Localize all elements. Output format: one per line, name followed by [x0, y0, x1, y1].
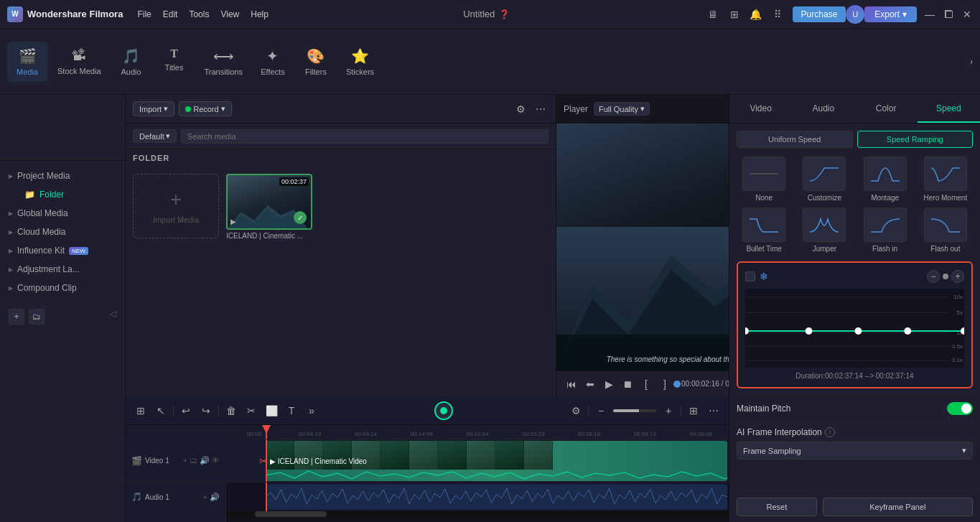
undo-button[interactable]: ↩: [178, 403, 194, 419]
reset-button[interactable]: Reset: [737, 498, 817, 516]
preset-customize[interactable]: Customize: [797, 157, 851, 202]
quality-select[interactable]: Full Quality ▾: [594, 102, 650, 116]
menu-tools[interactable]: Tools: [189, 9, 209, 19]
avatar[interactable]: U: [846, 5, 864, 24]
crop-button[interactable]: ⬜: [263, 403, 279, 419]
sidebar-item-cloud-media[interactable]: ▶ Cloud Media: [0, 223, 125, 241]
tab-video[interactable]: Video: [729, 95, 792, 123]
default-dropdown-button[interactable]: Default ▾: [133, 129, 177, 143]
window-close-button[interactable]: ✕: [961, 9, 973, 20]
redo-button[interactable]: ↪: [198, 403, 214, 419]
tab-speed[interactable]: Speed: [918, 95, 980, 123]
play-button[interactable]: ▶: [601, 376, 617, 392]
stop-button[interactable]: ⏹: [620, 376, 635, 392]
zoom-in-button[interactable]: +: [661, 403, 676, 419]
tool-media[interactable]: 🎬 Media: [7, 42, 47, 82]
sidebar-item-adjustment-la[interactable]: ▶ Adjustment La...: [0, 260, 125, 279]
tool-transitions[interactable]: ⟷ Transitions: [197, 42, 250, 82]
bell-icon[interactable]: 🔔: [748, 6, 764, 22]
record-button[interactable]: Record ▾: [179, 101, 231, 116]
grid-view-button[interactable]: ⊞: [686, 403, 701, 419]
audio-clip[interactable]: [266, 484, 727, 510]
menu-view[interactable]: View: [220, 9, 239, 19]
preset-none[interactable]: None: [737, 157, 791, 202]
tab-color[interactable]: Color: [855, 95, 918, 123]
speed-ramping-button[interactable]: Speed Ramping: [857, 131, 974, 148]
tool-titles[interactable]: T Titles: [154, 42, 195, 82]
timeline-record-button[interactable]: [434, 401, 453, 420]
zoom-out-button[interactable]: −: [593, 403, 609, 419]
menu-edit[interactable]: Edit: [163, 9, 178, 19]
uniform-speed-button[interactable]: Uniform Speed: [737, 131, 853, 148]
question-icon[interactable]: ❓: [499, 9, 510, 19]
zoom-minus-button[interactable]: −: [927, 270, 940, 283]
search-input[interactable]: [181, 129, 549, 144]
preset-bullet-time[interactable]: Bullet Time: [737, 208, 791, 253]
mark-in-button[interactable]: [: [638, 376, 654, 392]
sidebar-item-influence-kit[interactable]: ▶ Influence Kit NEW: [0, 241, 125, 260]
zoom-plus-button[interactable]: +: [951, 270, 964, 283]
track-speaker-icon[interactable]: 🔊: [200, 456, 210, 465]
track-add-icon[interactable]: +: [183, 456, 187, 465]
delete-button[interactable]: 🗑: [223, 403, 239, 419]
more-tools-button[interactable]: »: [304, 403, 319, 419]
tool-stock-media[interactable]: 📽 Stock Media: [50, 42, 108, 82]
tool-audio[interactable]: 🎵 Audio: [111, 42, 151, 82]
track-eye-icon[interactable]: 👁: [212, 456, 220, 465]
video-clip[interactable]: ▶ ICELAND | Cinematic Video: [266, 441, 727, 481]
split-button[interactable]: ✂: [243, 403, 259, 419]
preset-jumper[interactable]: Jumper: [797, 208, 851, 253]
import-media-placeholder[interactable]: + Import Media: [133, 174, 219, 238]
preset-montage[interactable]: Montage: [858, 157, 913, 202]
select-tool-button[interactable]: ↖: [153, 403, 169, 419]
add-folder-button[interactable]: +: [9, 309, 24, 325]
export-button[interactable]: Export ▾: [864, 6, 917, 22]
frame-back-button[interactable]: ⬅: [582, 376, 598, 392]
preset-flash-out[interactable]: Flash out: [918, 208, 973, 253]
audio-track-add-icon[interactable]: +: [203, 493, 207, 502]
snap-button[interactable]: ⚙: [568, 403, 584, 419]
toolbar-more-button[interactable]: ›: [970, 57, 973, 67]
minimize-window-icon[interactable]: 🖥: [705, 6, 721, 22]
frame-sampling-select[interactable]: Frame Sampling ▾: [737, 442, 973, 460]
skip-back-button[interactable]: ⏮: [564, 376, 579, 392]
tool-stickers[interactable]: ⭐ Stickers: [339, 42, 381, 82]
sidebar-item-compound-clip[interactable]: ▶ Compound Clip: [0, 279, 125, 297]
preset-hero-moment[interactable]: Hero Moment: [918, 157, 973, 202]
timeline-scrollbar[interactable]: [226, 511, 729, 517]
playhead[interactable]: [266, 425, 267, 439]
keyframe-panel-button[interactable]: Keyframe Panel: [823, 498, 973, 516]
grid-icon[interactable]: ⊞: [727, 6, 742, 22]
text-button[interactable]: T: [284, 403, 299, 419]
window-minimize-button[interactable]: —: [924, 9, 935, 20]
preset-hero-moment-label: Hero Moment: [924, 194, 968, 202]
window-maximize-button[interactable]: ⧠: [943, 9, 954, 20]
sidebar-item-folder[interactable]: 📁 Folder: [16, 185, 125, 204]
collapse-sidebar-button[interactable]: ◁: [110, 309, 116, 325]
maintain-pitch-toggle[interactable]: [947, 402, 973, 415]
more-options-button[interactable]: ⋯: [706, 403, 722, 419]
sidebar-item-project-media[interactable]: ▶ Project Media: [0, 167, 125, 185]
preset-flash-in[interactable]: Flash in: [858, 208, 913, 253]
purchase-button[interactable]: Purchase: [793, 6, 846, 22]
more-options-icon[interactable]: ⋯: [533, 101, 549, 117]
scrollbar-thumb[interactable]: [255, 511, 327, 517]
audio-track-speaker-icon[interactable]: 🔊: [210, 493, 220, 502]
folder-icon-btn[interactable]: 🗂: [29, 309, 45, 325]
zoom-slider[interactable]: [613, 409, 656, 412]
track-folder-icon[interactable]: 🗂: [190, 456, 197, 465]
sidebar-item-global-media[interactable]: ▶ Global Media: [0, 204, 125, 223]
apps-icon[interactable]: ⠿: [770, 6, 785, 22]
import-button[interactable]: Import ▾: [133, 101, 174, 116]
media-thumbnail[interactable]: 00:02:37 ✓ ▶ ICELAND | Cinematic ...: [226, 174, 312, 240]
tab-audio[interactable]: Audio: [792, 95, 854, 123]
filter-icon[interactable]: ⚙: [513, 101, 528, 117]
tool-effects[interactable]: ✦ Effects: [253, 42, 293, 82]
menu-file[interactable]: File: [137, 9, 151, 19]
tool-filters[interactable]: 🎨 Filters: [296, 42, 336, 82]
graph-checkbox[interactable]: [745, 271, 755, 281]
mark-out-button[interactable]: ]: [657, 376, 673, 392]
add-track-button[interactable]: ⊞: [133, 403, 149, 419]
menu-help[interactable]: Help: [251, 9, 269, 19]
info-icon[interactable]: i: [825, 427, 835, 437]
